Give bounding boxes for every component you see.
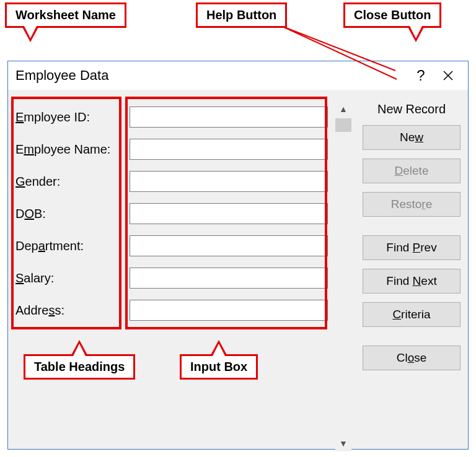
find-prev-button[interactable]: Find Prev (363, 235, 461, 260)
row-salary: Salary: (13, 262, 328, 294)
callout-input-box: Input Box (180, 354, 258, 380)
callout-label: Close Button (354, 8, 431, 22)
label-address: Address: (13, 303, 130, 318)
delete-button: Delete (363, 159, 461, 183)
input-employee-id[interactable] (130, 107, 328, 128)
row-gender: Gender: (13, 165, 328, 198)
form-area: Employee ID: Employee Name: Gender: DOB:… (13, 101, 328, 326)
callout-close-button: Close Button (343, 2, 441, 28)
label-gender: Gender: (13, 175, 130, 189)
record-scrollbar[interactable]: ▲ ▼ (335, 101, 351, 132)
row-department: Department: (13, 230, 328, 262)
label-dob: DOB: (13, 207, 130, 221)
data-form-dialog: Employee Data ? Employee ID: Employee Na… (7, 61, 469, 450)
row-dob: DOB: (13, 198, 328, 230)
input-salary[interactable] (130, 268, 328, 289)
close-button[interactable]: Close (363, 346, 461, 370)
callout-label: Input Box (190, 360, 247, 373)
callout-help-button: Help Button (196, 2, 287, 28)
row-employee-name: Employee Name: (13, 133, 328, 165)
restore-button: Restore (363, 192, 461, 217)
input-gender[interactable] (130, 171, 328, 192)
scroll-down-icon[interactable]: ▼ (335, 435, 351, 451)
input-employee-name[interactable] (130, 139, 328, 160)
callout-table-headings: Table Headings (24, 354, 135, 380)
find-next-button[interactable]: Find Next (363, 269, 461, 294)
callout-label: Help Button (206, 8, 276, 22)
input-address[interactable] (130, 300, 328, 321)
callout-worksheet-name: Worksheet Name (5, 2, 126, 28)
input-department[interactable] (130, 235, 328, 256)
scroll-up-icon[interactable]: ▲ (335, 101, 351, 117)
label-salary: Salary: (13, 271, 130, 285)
new-button[interactable]: New (363, 125, 461, 150)
record-status: New Record (363, 102, 461, 116)
close-icon[interactable] (434, 62, 462, 89)
titlebar: Employee Data ? (8, 61, 468, 90)
label-employee-name: Employee Name: (13, 142, 130, 157)
row-employee-id: Employee ID: (13, 101, 328, 133)
label-employee-id: Employee ID: (13, 110, 130, 124)
scroll-thumb[interactable] (335, 118, 351, 132)
row-address: Address: (13, 294, 328, 326)
callout-label: Table Headings (34, 360, 125, 373)
callout-label: Worksheet Name (15, 8, 116, 22)
button-panel: New Record New Delete Restore Find Prev … (363, 98, 461, 379)
dialog-title: Employee Data (15, 67, 407, 84)
input-dob[interactable] (130, 203, 328, 224)
label-department: Department: (13, 239, 130, 253)
help-icon[interactable]: ? (407, 62, 434, 89)
criteria-button[interactable]: Criteria (363, 302, 461, 327)
